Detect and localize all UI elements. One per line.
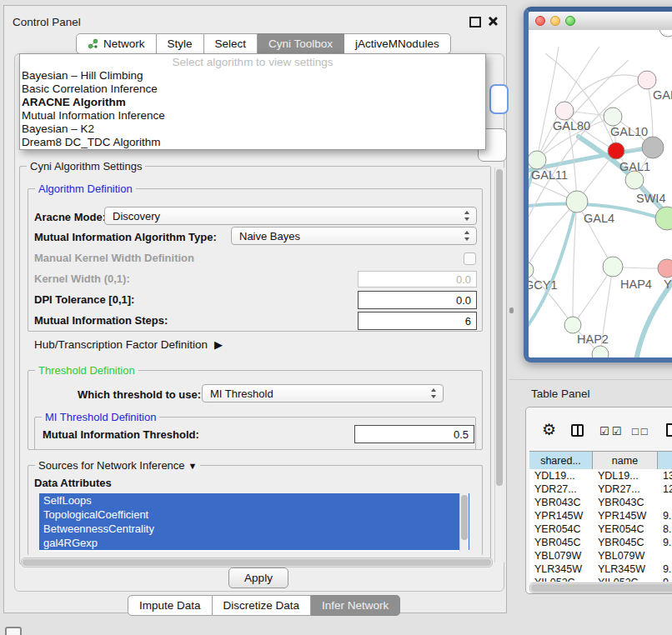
table-row[interactable]: YER054CYER054C8. xyxy=(529,522,672,536)
table-row[interactable]: YLR345WYLR345W9. xyxy=(529,562,672,576)
columns-icon[interactable] xyxy=(571,424,584,437)
tab-network[interactable]: Network xyxy=(76,33,157,54)
network-node-gal[interactable] xyxy=(638,71,656,89)
control-panel-tabbar: NetworkStyleSelectCyni ToolboxjActiveMNo… xyxy=(76,33,451,54)
settings-horizontal-scrollbar[interactable] xyxy=(21,558,493,568)
tab-label: Infer Network xyxy=(322,599,389,612)
network-window-titlebar[interactable] xyxy=(529,12,672,31)
tab-style[interactable]: Style xyxy=(157,33,204,54)
table-row[interactable]: YDR27...YDR27...12 xyxy=(529,482,672,496)
network-node-gal4[interactable] xyxy=(566,191,588,212)
select-all-checkboxes-icon[interactable]: ☑☑ xyxy=(599,425,624,438)
attribute-item-selfloops[interactable]: SelfLoops xyxy=(39,493,469,508)
tab-infer-network[interactable]: Infer Network xyxy=(311,595,400,616)
kernel-width-label: Kernel Width (0,1): xyxy=(34,272,130,285)
attribute-item-gal4rgexp[interactable]: gal4RGexp xyxy=(39,536,469,550)
gear-icon[interactable]: ⚙ xyxy=(542,422,556,438)
table-row[interactable]: YDL19...YDL19...13 xyxy=(529,469,672,482)
column-header-clipped[interactable] xyxy=(658,452,672,470)
tab-cyni-toolbox[interactable]: Cyni Toolbox xyxy=(258,33,344,54)
dropdown-item-bayesian-hill-climbing[interactable]: Bayesian – Hill Climbing xyxy=(20,69,485,82)
network-edge[interactable] xyxy=(573,267,613,325)
table-cell: YDL19... xyxy=(593,469,658,482)
tab-discretize-data[interactable]: Discretize Data xyxy=(213,595,312,616)
algorithm-dropdown-popup: Select algorithm to view settings Bayesi… xyxy=(19,53,486,150)
group-title: Cyni Algorithm Settings xyxy=(27,160,145,172)
mi-steps-field[interactable]: 6 xyxy=(358,312,477,330)
mi-type-select[interactable]: Naive Bayes xyxy=(231,227,477,245)
apply-button[interactable]: Apply xyxy=(228,568,288,588)
cyni-bottom-tabbar: Impute DataDiscretize DataInfer Network xyxy=(128,595,400,616)
dropdown-item-aracne-algorithm[interactable]: ARACNE Algorithm xyxy=(20,96,485,109)
network-node-gal80[interactable] xyxy=(555,102,574,120)
network-node[interactable] xyxy=(655,207,672,230)
dropdown-list: Bayesian – Hill ClimbingBasic Correlatio… xyxy=(20,69,485,149)
network-node-gal11[interactable] xyxy=(529,151,546,169)
data-attributes-label: Data Attributes xyxy=(34,477,112,489)
network-graph[interactable]: GALGAL80GAL10GAL1GAL11SWI4GAL4GCY1HAP4YH… xyxy=(529,30,672,362)
which-threshold-select[interactable]: MI Threshold xyxy=(202,384,444,402)
network-node[interactable] xyxy=(642,137,664,158)
chevron-down-icon[interactable]: ▼ xyxy=(188,461,198,471)
spinner-arrows-icon xyxy=(431,388,437,398)
dropdown-item-dream8-dc-tdc-algorithm[interactable]: Dream8 DC_TDC Algorithm xyxy=(20,136,485,149)
table-row[interactable]: YBR045CYBR045C9. xyxy=(529,536,672,549)
table-panel-title: Table Panel xyxy=(531,388,590,400)
dropdown-item-bayesian-k2[interactable]: Bayesian – K2 xyxy=(20,122,485,136)
attribute-list-scrollbar[interactable] xyxy=(459,493,469,552)
network-edge[interactable] xyxy=(529,80,647,230)
data-attributes-list[interactable]: SelfLoopsTopologicalCoefficientBetweenne… xyxy=(39,493,469,552)
table-cell: YBL079W xyxy=(593,549,658,562)
network-node[interactable] xyxy=(659,30,672,37)
aracne-mode-select[interactable]: Discovery xyxy=(104,207,477,225)
close-icon[interactable] xyxy=(488,16,498,26)
column-header-shared[interactable]: shared... xyxy=(529,452,593,470)
dropdown-item-basic-correlation-inference[interactable]: Basic Correlation Inference xyxy=(20,82,485,96)
network-canvas[interactable]: GALGAL80GAL10GAL1GAL11SWI4GAL4GCY1HAP4YH… xyxy=(529,30,672,362)
network-view-window[interactable]: GALGAL80GAL10GAL1GAL11SWI4GAL4GCY1HAP4YH… xyxy=(524,7,672,362)
new-table-file-icon[interactable] xyxy=(666,423,672,437)
attribute-item-topologicalcoefficient[interactable]: TopologicalCoefficient xyxy=(39,508,469,522)
table-cell: 12 xyxy=(658,482,672,496)
table-row[interactable]: YIL052CYIL052C9. xyxy=(529,576,672,582)
network-node-label: GCY1 xyxy=(529,278,558,292)
network-node-hap2[interactable] xyxy=(564,317,581,333)
network-edge[interactable] xyxy=(529,202,577,333)
tab-jactivemnodules[interactable]: jActiveMNodules xyxy=(344,33,451,54)
table-row[interactable]: YPR145WYPR145W9. xyxy=(529,509,672,522)
split-pane-handle[interactable] xyxy=(509,308,514,313)
kernel-width-field[interactable]: 0.0 xyxy=(358,271,477,288)
network-edge[interactable] xyxy=(537,47,559,160)
mi-threshold-field[interactable]: 0.5 xyxy=(354,425,474,443)
docked-panel-icon[interactable] xyxy=(5,627,22,635)
tab-select[interactable]: Select xyxy=(204,33,258,54)
table-row[interactable]: YBL079WYBL079W xyxy=(529,549,672,562)
manual-kernel-checkbox[interactable] xyxy=(464,252,476,265)
network-node[interactable] xyxy=(592,346,609,362)
table-body: YDL19...YDL19...13YDR27...YDR27...12YBR0… xyxy=(529,469,672,582)
network-node-swi4[interactable] xyxy=(625,171,644,189)
deselect-all-checkboxes-icon[interactable]: □□ xyxy=(632,425,650,438)
table-horizontal-scrollbar[interactable] xyxy=(529,582,672,593)
network-node-y[interactable] xyxy=(658,259,672,278)
table-row[interactable]: YBR043CYBR043C xyxy=(529,496,672,509)
which-threshold-value: MI Threshold xyxy=(210,388,273,400)
dropdown-item-mutual-information-inference[interactable]: Mutual Information Inference xyxy=(20,109,485,122)
settings-vertical-scrollbar[interactable] xyxy=(494,168,504,562)
float-window-icon[interactable] xyxy=(469,17,481,28)
attribute-item-betweennesscentrality[interactable]: BetweennessCentrality xyxy=(39,522,469,536)
network-node-gal1[interactable] xyxy=(608,142,624,159)
hub-definition-toggle[interactable]: Hub/Transcription Factor Definition▶ xyxy=(34,338,223,351)
network-node-gal10[interactable] xyxy=(604,108,622,126)
tab-impute-data[interactable]: Impute Data xyxy=(128,595,213,616)
table-cell: YDR27... xyxy=(593,482,658,496)
zoom-traffic-light-icon[interactable] xyxy=(565,16,575,26)
table-cell xyxy=(658,549,672,562)
minimize-traffic-light-icon[interactable] xyxy=(550,16,560,26)
dpi-tolerance-field[interactable]: 0.0 xyxy=(358,291,477,309)
close-traffic-light-icon[interactable] xyxy=(535,16,545,26)
network-edge[interactable] xyxy=(529,202,577,270)
network-node-gcy1[interactable] xyxy=(529,262,534,278)
column-header-name[interactable]: name xyxy=(593,452,658,470)
network-node-hap4[interactable] xyxy=(603,257,623,277)
